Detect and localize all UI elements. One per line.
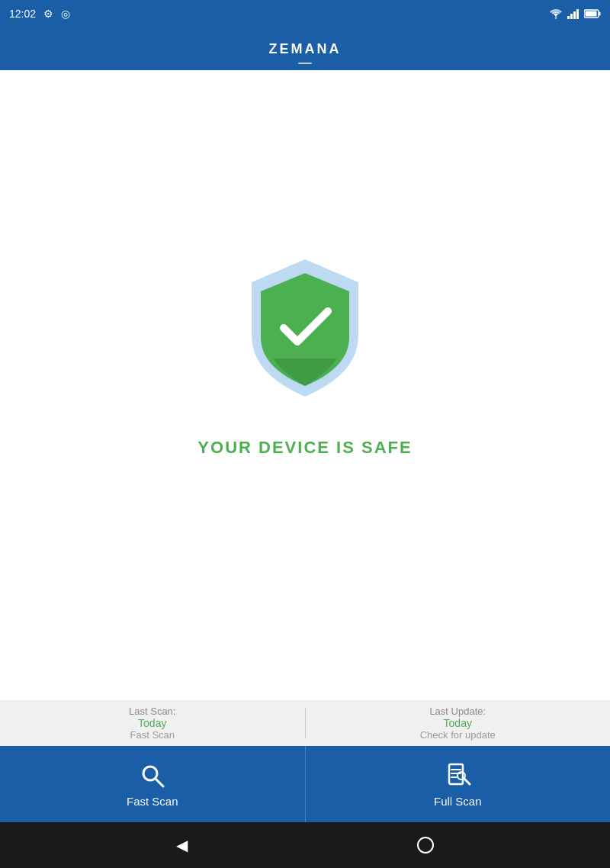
last-scan-type: Fast Scan bbox=[130, 729, 175, 741]
fast-scan-button[interactable]: Fast Scan bbox=[0, 746, 305, 822]
last-scan-section: Last Scan: Today Fast Scan bbox=[0, 699, 305, 747]
svg-point-14 bbox=[458, 772, 465, 780]
safe-message: YOUR DEVICE IS SAFE bbox=[197, 438, 412, 458]
svg-rect-6 bbox=[599, 12, 601, 16]
full-scan-icon bbox=[443, 761, 472, 790]
svg-rect-5 bbox=[586, 11, 597, 17]
last-scan-value: Today bbox=[138, 717, 166, 729]
zemana-status-icon: ◎ bbox=[61, 8, 70, 20]
svg-line-8 bbox=[156, 779, 163, 786]
check-update-link[interactable]: Check for update bbox=[420, 729, 496, 741]
system-nav: ◀ bbox=[0, 822, 610, 868]
app-header: ZEMANA bbox=[0, 27, 610, 70]
signal-icon bbox=[567, 8, 580, 19]
battery-icon bbox=[584, 9, 601, 18]
bottom-nav: Fast Scan Full Scan bbox=[0, 746, 610, 822]
last-update-value: Today bbox=[444, 717, 472, 729]
wifi-icon bbox=[549, 8, 563, 19]
svg-rect-1 bbox=[570, 14, 573, 19]
status-bar: 12:02 ⚙ ◎ bbox=[0, 0, 610, 27]
last-update-label: Last Update: bbox=[429, 706, 486, 717]
last-scan-label: Last Scan: bbox=[129, 706, 175, 717]
fast-scan-label: Fast Scan bbox=[127, 795, 178, 808]
settings-icon: ⚙ bbox=[43, 8, 53, 20]
home-icon[interactable] bbox=[417, 837, 434, 854]
svg-rect-0 bbox=[567, 16, 570, 19]
back-icon[interactable]: ◀ bbox=[176, 836, 188, 854]
last-update-section: Last Update: Today Check for update bbox=[306, 699, 611, 747]
app-title: ZEMANA bbox=[269, 41, 342, 57]
svg-rect-3 bbox=[576, 9, 579, 19]
shield-safe-icon bbox=[236, 252, 374, 404]
menu-icon[interactable] bbox=[298, 63, 312, 64]
shield-container bbox=[236, 252, 374, 407]
fast-scan-icon bbox=[138, 761, 167, 790]
full-scan-button[interactable]: Full Scan bbox=[305, 746, 611, 822]
main-content: YOUR DEVICE IS SAFE bbox=[0, 70, 610, 700]
full-scan-label: Full Scan bbox=[434, 795, 482, 808]
info-bar: Last Scan: Today Fast Scan Last Update: … bbox=[0, 700, 610, 746]
time-display: 12:02 bbox=[9, 8, 36, 20]
svg-rect-2 bbox=[573, 11, 576, 19]
